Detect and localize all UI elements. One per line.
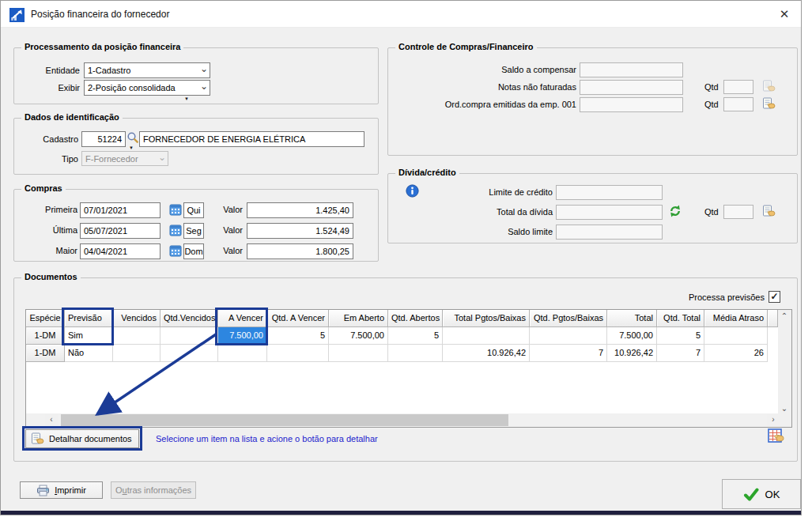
exibir-label: Exibir — [25, 83, 80, 93]
valor-label: Valor — [219, 225, 243, 236]
limite-credito-field[interactable] — [556, 185, 663, 200]
notas-nao-faturadas-field[interactable] — [580, 80, 683, 95]
column-header[interactable]: Média Atraso — [704, 310, 768, 327]
outras-informacoes-button[interactable]: Outras informações — [111, 481, 196, 499]
notas-qtd-field[interactable] — [723, 80, 753, 94]
table-cell[interactable]: 7.500,00 — [607, 327, 657, 345]
calendar-icon[interactable] — [169, 203, 182, 216]
vertical-scrollbar[interactable]: ⌃ ⌄ — [778, 310, 791, 415]
weekday-value: Seg — [186, 226, 202, 236]
table-cell[interactable]: 1-DM — [26, 327, 65, 345]
calendar-icon[interactable] — [169, 224, 182, 236]
table-cell[interactable] — [161, 327, 218, 345]
detail-doc-hand-icon[interactable] — [762, 97, 776, 110]
table-cell[interactable] — [704, 327, 768, 345]
column-header[interactable]: Total Pgtos/Baixas — [443, 310, 530, 327]
weekday-value: Dom — [184, 247, 202, 256]
maior-valor-field[interactable]: 1.800,25 — [247, 243, 353, 259]
table-cell[interactable]: 5 — [267, 327, 329, 345]
ord-qtd-field[interactable] — [723, 97, 753, 111]
table-cell[interactable]: Sim — [65, 327, 113, 345]
table-cell[interactable]: 26 — [704, 345, 768, 362]
column-header-stub — [768, 310, 778, 327]
ok-button[interactable]: OK — [722, 479, 801, 509]
scrollbar-thumb[interactable] — [61, 414, 508, 426]
valor-value: 1.524,49 — [315, 226, 349, 236]
table-cell[interactable] — [161, 345, 218, 362]
column-header[interactable]: Qtd. A Vencer — [267, 310, 329, 327]
table-cell[interactable] — [443, 327, 530, 345]
saldo-limite-field[interactable] — [556, 225, 663, 240]
table-cell[interactable] — [329, 345, 388, 362]
table-cell[interactable]: 7 — [657, 345, 704, 362]
group-title: Processamento da posição financeira — [21, 42, 183, 51]
detalhar-documentos-button[interactable]: Detalhar documentos — [25, 429, 139, 448]
table-cell[interactable] — [267, 345, 329, 362]
search-icon[interactable] — [127, 131, 139, 144]
column-header[interactable]: Qtd. Abertos — [388, 310, 443, 327]
cadastro-name-field[interactable]: FORNECEDOR DE ENERGIA ELÉTRICA — [139, 131, 364, 147]
column-header[interactable]: Total — [607, 310, 657, 327]
imprimir-button[interactable]: Imprimir — [20, 481, 103, 499]
weekday-value: Qui — [187, 206, 200, 215]
detail-doc-hand-icon[interactable] — [762, 80, 776, 92]
saldo-compensar-field[interactable] — [580, 62, 683, 77]
scroll-up-icon[interactable]: ⌃ — [778, 310, 791, 323]
divida-qtd-field[interactable] — [723, 205, 753, 219]
valor-label: Valor — [219, 205, 243, 215]
detail-doc-hand-icon[interactable] — [762, 205, 776, 217]
ord-compra-label: Ord.compra emitidas da emp. 001 — [387, 100, 576, 110]
table-cell[interactable]: 7.500,00 — [329, 327, 388, 345]
horizontal-scrollbar[interactable]: ‹ › — [26, 413, 780, 427]
column-header[interactable]: Em Aberto — [329, 310, 388, 327]
primeira-date-field[interactable]: 07/01/2021 — [80, 202, 161, 218]
calendar-icon[interactable] — [169, 244, 182, 257]
ultima-valor-field[interactable]: 1.524,49 — [247, 223, 353, 239]
table-cell[interactable]: 1-DM — [26, 345, 65, 362]
dropdown-small-icon[interactable]: ▼ — [184, 96, 189, 101]
scroll-left-icon[interactable]: ‹ — [45, 413, 58, 426]
total-divida-field[interactable] — [556, 205, 663, 220]
titlebar: Posição financeira do fornecedor ✕ — [1, 1, 801, 28]
table-cell[interactable] — [388, 345, 443, 362]
table-row: 1-DMSim7.500,0057.500,0057.500,005 — [26, 327, 778, 345]
processa-previsoes-label: Processa previsões — [657, 292, 765, 303]
table-cell[interactable]: 7.500,00 — [218, 327, 267, 345]
primeira-valor-field[interactable]: 1.425,40 — [247, 202, 353, 218]
column-header[interactable]: Qtd.Vencidos — [161, 310, 218, 327]
ord-compra-field[interactable] — [580, 97, 683, 112]
cadastro-code-field[interactable]: 51224 — [81, 131, 126, 147]
table-cell[interactable] — [113, 327, 161, 345]
grid-export-hand-icon[interactable] — [768, 428, 784, 444]
table-cell[interactable] — [113, 345, 161, 362]
close-button[interactable]: ✕ — [772, 5, 796, 24]
maior-weekday: Dom — [183, 243, 204, 259]
tipo-combobox[interactable]: F-Fornecedor ⌄ — [81, 151, 168, 166]
exibir-combobox[interactable]: 2-Posição consolidada ⌄ — [84, 80, 210, 96]
saldo-limite-label: Saldo limite — [444, 227, 553, 237]
maior-date-field[interactable]: 04/04/2021 — [80, 243, 161, 259]
dropdown-small-icon[interactable]: ▼ — [129, 145, 134, 150]
cadastro-name: FORNECEDOR DE ENERGIA ELÉTRICA — [143, 134, 305, 144]
group-title: Documentos — [21, 272, 81, 281]
column-header[interactable]: Vencidos — [113, 310, 161, 327]
column-header[interactable]: A Vencer — [218, 310, 267, 327]
table-cell[interactable]: 5 — [388, 327, 443, 345]
column-header[interactable]: Qtd. Pgtos/Baixas — [530, 310, 607, 327]
table-cell[interactable]: 10.926,42 — [607, 345, 657, 362]
table-cell[interactable] — [530, 327, 607, 345]
table-cell[interactable]: 5 — [657, 327, 704, 345]
table-cell[interactable]: 7 — [530, 345, 607, 362]
table-cell[interactable] — [218, 345, 267, 362]
table-cell[interactable]: Não — [65, 345, 113, 362]
column-header[interactable]: Previsão — [65, 310, 113, 327]
refresh-icon[interactable] — [668, 204, 682, 218]
ultima-date-field[interactable]: 05/07/2021 — [80, 223, 161, 239]
table-cell[interactable]: 10.926,42 — [443, 345, 530, 362]
column-header[interactable]: Qtd. Total — [657, 310, 704, 327]
group-title: Dados de identificação — [21, 112, 123, 122]
column-header[interactable]: Espécie — [26, 310, 65, 327]
processa-previsoes-checkbox[interactable]: ✓ — [769, 291, 780, 303]
chevron-down-icon: ⌄ — [200, 83, 208, 89]
entidade-combobox[interactable]: 1-Cadastro ⌄ — [84, 62, 210, 78]
